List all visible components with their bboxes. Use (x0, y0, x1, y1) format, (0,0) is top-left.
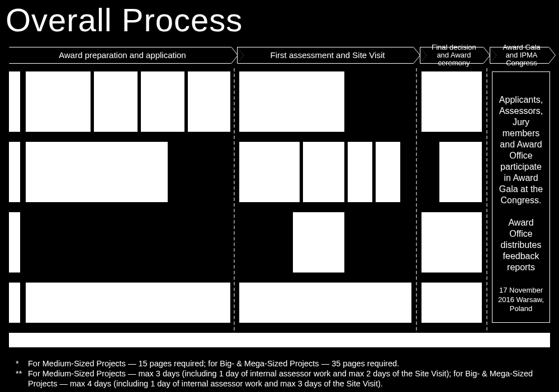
phase4-panel: Applicants, Assessors, Jury members and … (492, 71, 550, 323)
p2-r4-box-1 (239, 283, 411, 323)
p3-r3-box-1 (421, 212, 482, 273)
p2-r2-box-3 (348, 142, 372, 202)
phase-4-chevron: Award Gala and IPMA Congress (490, 47, 549, 64)
phase-3-chevron: Final decision and Award ceremony (420, 47, 484, 64)
p3-r2-box-1 (439, 142, 482, 202)
row4-lane-box (9, 283, 20, 323)
phase-2-chevron: First assessment and Site Visit (237, 47, 414, 64)
p1-r1-box-1 (26, 71, 91, 132)
phase-sep-2 (416, 68, 417, 347)
phase4-body: Applicants, Assessors, Jury members and … (492, 94, 549, 206)
phase-1-chevron: Award preparation and application (9, 47, 231, 64)
p2-r2-box-4 (376, 142, 400, 202)
phase4-body2: Award Office distributes feedback report… (492, 217, 549, 273)
phase-sep-1 (234, 68, 235, 347)
p1-r4-box-1 (26, 283, 230, 323)
phase-4-label: Award Gala and IPMA Congress (490, 44, 548, 68)
phase-sep-3 (486, 68, 487, 347)
phase-3-label: Final decision and Award ceremony (420, 44, 483, 68)
footnotes: * For Medium-Sized Projects — 15 pages r… (16, 358, 548, 389)
p2-r3-box-1 (293, 212, 344, 273)
row3-lane-box (9, 212, 20, 273)
p1-r1-box-3 (141, 71, 184, 132)
p1-r1-box-4 (188, 71, 230, 132)
footnote-1-star: * (16, 358, 28, 369)
p2-r2-box-1 (239, 142, 300, 202)
p2-r2-box-2 (303, 142, 344, 202)
p3-r1-box-1 (421, 71, 482, 132)
phase-2-label: First assessment and Site Visit (262, 51, 390, 60)
footnote-2-text: For Medium-Sized Projects — max 3 days (… (28, 369, 548, 389)
row2-lane-box (9, 142, 20, 202)
footnote-2-star: ** (16, 369, 28, 389)
p3-r4-box-1 (421, 283, 482, 323)
p1-r2-box-1 (26, 142, 168, 202)
diagram-stage: Award preparation and application First … (0, 0, 559, 392)
p1-r1-box-2 (94, 71, 138, 132)
footnote-1-text: For Medium-Sized Projects — 15 pages req… (28, 358, 399, 369)
p2-r1-box-1 (239, 71, 344, 132)
phase4-date: 17 November 2016 Warsaw, Poland (492, 286, 549, 313)
phase-1-label: Award preparation and application (50, 51, 190, 60)
row1-lane-box (9, 71, 20, 132)
timeline-bar (9, 333, 550, 347)
